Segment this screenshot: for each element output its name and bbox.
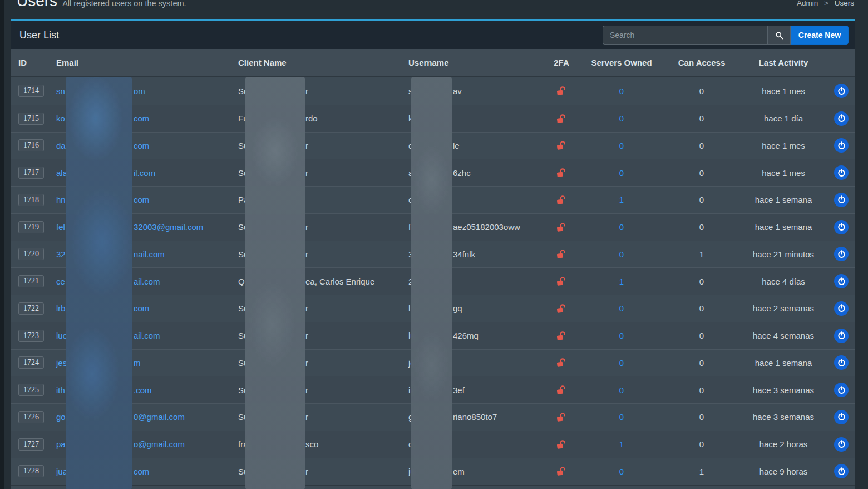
servers-owned-link[interactable]: 0 xyxy=(619,141,624,150)
power-button[interactable] xyxy=(834,84,849,98)
power-button[interactable] xyxy=(834,437,849,452)
power-icon xyxy=(837,467,846,476)
power-button[interactable] xyxy=(834,301,849,316)
servers-owned-link[interactable]: 0 xyxy=(619,168,624,178)
search-input[interactable] xyxy=(603,26,767,45)
email-link[interactable]: com xyxy=(134,105,149,132)
can-access-value: 0 xyxy=(699,331,704,340)
power-button[interactable] xyxy=(834,329,849,343)
email-link[interactable]: ail.com xyxy=(134,268,160,295)
cell-last-activity: hace 1 semana xyxy=(728,187,839,213)
email-link[interactable]: m xyxy=(134,350,141,376)
power-button[interactable] xyxy=(834,111,849,126)
user-id-badge: 1721 xyxy=(18,275,44,287)
power-button[interactable] xyxy=(834,138,849,153)
breadcrumb-admin-link[interactable]: Admin xyxy=(797,0,818,7)
email-link[interactable]: .com xyxy=(134,376,152,403)
user-id-badge: 1724 xyxy=(18,356,44,369)
cell-id: 1728 xyxy=(18,458,53,485)
power-button[interactable] xyxy=(834,274,849,288)
breadcrumb-current: Users xyxy=(835,0,854,7)
cell-servers-owned: 0 xyxy=(583,105,660,132)
email-link[interactable]: com xyxy=(134,458,149,485)
servers-owned-link[interactable]: 0 xyxy=(619,86,624,96)
servers-owned-link[interactable]: 1 xyxy=(619,277,624,286)
unlock-icon xyxy=(556,223,567,232)
servers-owned-link[interactable]: 0 xyxy=(619,304,624,313)
email-link[interactable]: fel xyxy=(56,222,65,232)
cell-last-activity: hace 1 día xyxy=(728,105,839,132)
power-icon xyxy=(837,440,846,448)
cell-2fa xyxy=(545,295,578,322)
email-link[interactable]: sn xyxy=(56,86,65,96)
last-activity-text: hace 1 semana xyxy=(755,195,812,204)
servers-owned-link[interactable]: 1 xyxy=(619,439,624,449)
email-link[interactable]: 32 xyxy=(56,250,66,259)
servers-owned-link[interactable]: 0 xyxy=(619,331,624,340)
cell-last-activity: hace 2 horas xyxy=(728,431,839,458)
servers-owned-link[interactable]: 1 xyxy=(619,195,624,204)
servers-owned-link[interactable]: 0 xyxy=(619,385,624,395)
email-link[interactable]: pa xyxy=(56,439,66,449)
email-link[interactable]: com xyxy=(134,187,149,213)
power-button[interactable] xyxy=(834,220,849,234)
power-icon xyxy=(837,304,846,312)
client-name-text: r xyxy=(305,350,308,376)
cell-id: 1727 xyxy=(18,431,53,458)
search-button[interactable] xyxy=(767,26,791,45)
page-title: UsersAll registered users on the system. xyxy=(17,0,186,10)
email-link[interactable]: hn xyxy=(56,195,66,204)
cell-id: 1722 xyxy=(18,295,53,322)
client-name-text: sco xyxy=(305,431,318,458)
servers-owned-link[interactable]: 0 xyxy=(619,222,624,232)
cell-last-activity: hace 1 semana xyxy=(728,214,839,241)
email-link[interactable]: ith xyxy=(56,385,65,395)
email-link[interactable]: ail.com xyxy=(134,322,160,349)
servers-owned-link[interactable]: 0 xyxy=(619,250,624,259)
email-link[interactable]: nail.com xyxy=(134,241,165,268)
power-icon xyxy=(837,169,846,177)
power-button[interactable] xyxy=(834,193,849,207)
client-name-text: r xyxy=(305,241,308,268)
panel-header: User List Create New xyxy=(11,21,855,49)
client-name-text: r xyxy=(305,458,308,485)
cell-id: 1723 xyxy=(18,322,53,349)
email-link[interactable]: ce xyxy=(56,277,65,286)
cell-last-activity: hace 9 horas xyxy=(728,458,839,485)
cell-action xyxy=(834,133,849,159)
power-button[interactable] xyxy=(834,410,849,424)
email-link[interactable]: com xyxy=(134,295,149,322)
power-button[interactable] xyxy=(834,383,849,397)
user-id-badge: 1715 xyxy=(18,113,44,125)
servers-owned-link[interactable]: 0 xyxy=(619,412,624,422)
power-button[interactable] xyxy=(834,165,849,180)
email-link[interactable]: ko xyxy=(56,114,65,123)
cell-servers-owned: 0 xyxy=(583,214,660,241)
power-button[interactable] xyxy=(834,464,849,478)
user-id-badge: 1726 xyxy=(18,411,44,423)
email-link[interactable]: da xyxy=(56,141,66,150)
email-link[interactable]: com xyxy=(134,133,149,159)
email-link[interactable]: 0@gmail.com xyxy=(134,404,185,431)
can-access-value: 0 xyxy=(699,439,704,449)
cell-servers-owned: 0 xyxy=(583,159,660,186)
email-link[interactable]: go xyxy=(56,412,66,422)
unlock-icon xyxy=(556,195,567,204)
email-link[interactable]: 32003@gmail.com xyxy=(134,214,203,241)
power-button[interactable] xyxy=(834,247,849,261)
servers-owned-link[interactable]: 0 xyxy=(619,358,624,368)
servers-owned-link[interactable]: 0 xyxy=(619,114,624,123)
servers-owned-link[interactable]: 0 xyxy=(619,467,624,476)
email-link[interactable]: il.com xyxy=(134,159,155,186)
can-access-value: 0 xyxy=(699,304,704,313)
cell-action xyxy=(834,159,849,186)
email-link[interactable]: o@gmail.com xyxy=(134,431,185,458)
email-link[interactable]: lrb xyxy=(56,304,66,313)
create-new-button[interactable]: Create New xyxy=(791,26,849,45)
user-id-badge: 1727 xyxy=(18,438,44,451)
email-link[interactable]: om xyxy=(134,77,145,105)
cell-2fa xyxy=(545,159,578,186)
username-text: em xyxy=(453,458,465,485)
page-title-text: Users xyxy=(17,0,57,9)
power-button[interactable] xyxy=(834,355,849,370)
